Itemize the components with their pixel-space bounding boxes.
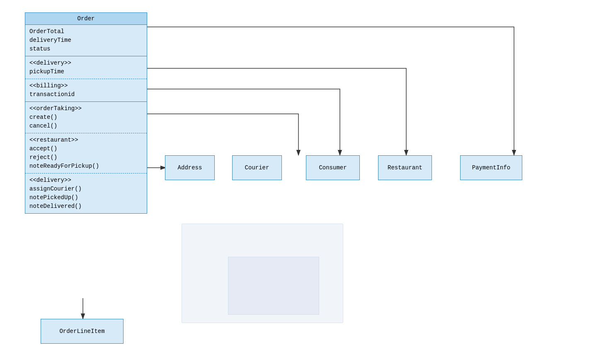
stereotype-delivery2: <<delivery>> bbox=[29, 176, 143, 185]
address-label: Address bbox=[178, 164, 202, 171]
order-delivery2-section: <<delivery>> assignCourier() notePickedU… bbox=[25, 174, 147, 213]
paymentinfo-box: PaymentInfo bbox=[460, 155, 522, 180]
courier-box: Courier bbox=[232, 155, 282, 180]
restaurant-label: Restaurant bbox=[388, 164, 422, 171]
order-restaurant-section: <<restaurant>> accept() reject() noteRea… bbox=[25, 133, 147, 174]
method-notereadyforpickup: noteReadyForPickup() bbox=[29, 162, 143, 171]
method-notedelivered: noteDelivered() bbox=[29, 202, 143, 211]
order-title: Order bbox=[25, 13, 147, 25]
attr-status: status bbox=[29, 45, 143, 53]
method-nickedup: notePickedUp() bbox=[29, 193, 143, 202]
method-accept: accept() bbox=[29, 145, 143, 153]
method-cancel: cancel() bbox=[29, 122, 143, 130]
stereotype-ordertaking: <<orderTaking>> bbox=[29, 104, 143, 113]
orderlineitem-box: OrderLineItem bbox=[41, 319, 124, 344]
order-billing-section: <<billing>> transactionid bbox=[25, 79, 147, 102]
attr-transactionid: transactionid bbox=[29, 90, 143, 99]
stereotype-delivery: <<delivery>> bbox=[29, 59, 143, 67]
method-assigncourier: assignCourier() bbox=[29, 185, 143, 193]
restaurant-box: Restaurant bbox=[378, 155, 432, 180]
order-attributes: OrderTotal deliveryTime status bbox=[25, 25, 147, 56]
paymentinfo-label: PaymentInfo bbox=[472, 164, 510, 171]
order-ordertaking-section: <<orderTaking>> create() cancel() bbox=[25, 102, 147, 133]
courier-label: Courier bbox=[245, 164, 269, 171]
watermark2 bbox=[228, 257, 319, 315]
orderlineitem-label: OrderLineItem bbox=[59, 328, 104, 335]
stereotype-restaurant: <<restaurant>> bbox=[29, 136, 143, 145]
method-reject: reject() bbox=[29, 153, 143, 162]
method-create: create() bbox=[29, 113, 143, 122]
order-box: Order OrderTotal deliveryTime status <<d… bbox=[25, 12, 147, 214]
diagram-container: Order OrderTotal deliveryTime status <<d… bbox=[0, 0, 594, 364]
attr-ordertotal: OrderTotal bbox=[29, 27, 143, 36]
attr-deliverytime: deliveryTime bbox=[29, 36, 143, 45]
stereotype-billing: <<billing>> bbox=[29, 82, 143, 90]
order-delivery-section: <<delivery>> pickupTime bbox=[25, 56, 147, 79]
consumer-label: Consumer bbox=[319, 164, 347, 171]
attr-pickuptime: pickupTime bbox=[29, 67, 143, 76]
address-box: Address bbox=[165, 155, 215, 180]
consumer-box: Consumer bbox=[306, 155, 360, 180]
